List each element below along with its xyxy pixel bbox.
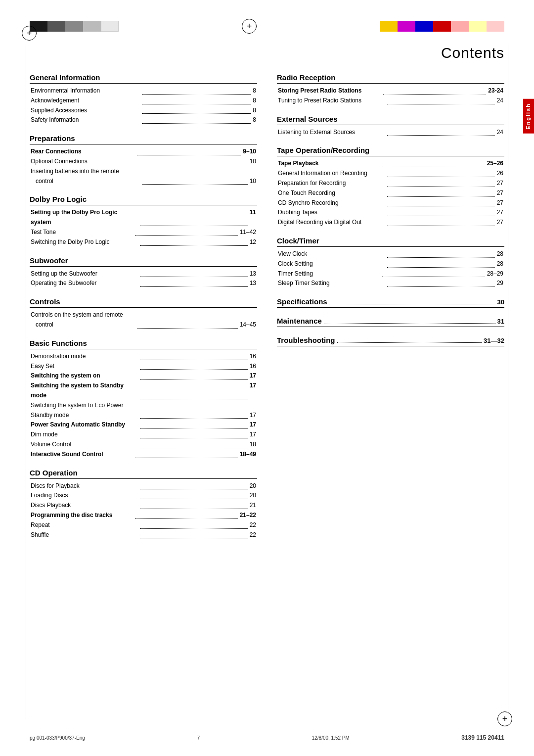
toc-item-page: 17 bbox=[250, 430, 256, 440]
bottom-product-code: 3139 115 20411 bbox=[461, 734, 504, 741]
toc-section: Clock/TimerView Clock28Clock Setting28Ti… bbox=[277, 236, 504, 288]
toc-item-dots bbox=[140, 155, 247, 165]
toc-item-page: 20 bbox=[250, 491, 256, 501]
toc-item-label: General Information on Recording bbox=[278, 169, 385, 179]
toc-item-dots bbox=[135, 448, 237, 458]
section-title-text: Maintenance bbox=[277, 317, 322, 325]
section-title: Dolby Pro Logic bbox=[30, 195, 257, 205]
toc-item-label: Switching the system to Standby mode bbox=[31, 381, 138, 401]
toc-item-dots bbox=[387, 206, 494, 216]
section-title: Basic Functions bbox=[30, 339, 257, 349]
toc-item-page: 27 bbox=[497, 218, 503, 228]
color-block-red bbox=[433, 21, 451, 32]
toc-item-page: 29 bbox=[497, 279, 503, 288]
toc-item-dots bbox=[140, 499, 247, 509]
toc-item-label: Controls on the system and remote bbox=[31, 311, 123, 318]
page-title: Contents bbox=[30, 45, 504, 61]
toc-item-label: Safety Information bbox=[31, 115, 140, 125]
bottom-page-number: 7 bbox=[197, 735, 200, 741]
toc-section: Specifications30 bbox=[277, 297, 504, 308]
toc-item-dots bbox=[387, 197, 494, 207]
toc-item: Tuning to Preset Radio Stations24 bbox=[277, 96, 504, 106]
color-block-pink bbox=[451, 21, 469, 32]
color-bar-right bbox=[380, 21, 504, 32]
color-block-lightyellow bbox=[469, 21, 487, 32]
toc-item-dots bbox=[382, 157, 485, 167]
toc-item-dots bbox=[137, 145, 241, 155]
color-block-white bbox=[101, 21, 119, 32]
toc-item-dots bbox=[140, 480, 247, 490]
toc-item-label: Interactive Sound Control bbox=[31, 450, 133, 460]
toc-item-page: 10 bbox=[250, 177, 256, 187]
toc-item-label: Dim mode bbox=[31, 430, 138, 440]
toc-item-label: Timer Setting bbox=[278, 269, 380, 279]
section-dots bbox=[324, 323, 495, 324]
toc-item-dots bbox=[140, 236, 247, 246]
toc-item-page: 18–49 bbox=[240, 450, 256, 460]
toc-item: Sleep Timer Setting29 bbox=[277, 279, 504, 288]
bottom-bar: pg 001-033/P900/37-Eng 7 12/8/00, 1:52 P… bbox=[30, 734, 504, 741]
toc-item-dots bbox=[142, 175, 247, 185]
toc-item-dots bbox=[387, 177, 494, 187]
toc-section: Dolby Pro LogicSetting up the Dolby Pro … bbox=[30, 195, 257, 247]
toc-item-page: 17 bbox=[250, 381, 256, 401]
toc-item-page: 8 bbox=[253, 106, 256, 116]
toc-item-label: Dubbing Tapes bbox=[278, 208, 385, 218]
toc-item-dots bbox=[383, 85, 487, 94]
page-content: Contents General InformationEnvironmenta… bbox=[30, 45, 504, 716]
language-tab: English bbox=[523, 99, 534, 134]
section-title: Clock/Timer bbox=[277, 236, 504, 247]
toc-section: Maintenance31 bbox=[277, 317, 504, 327]
toc-item-dots bbox=[140, 489, 247, 499]
toc-item-page: 27 bbox=[497, 189, 503, 198]
toc-item-page: 12 bbox=[250, 237, 256, 247]
toc-section: Tape Operation/RecordingTape Playback25–… bbox=[277, 146, 504, 228]
section-dots bbox=[337, 342, 482, 343]
toc-item-dots bbox=[387, 126, 494, 136]
color-bar-left bbox=[30, 21, 119, 32]
toc-item-dots bbox=[140, 350, 247, 360]
toc-item-page: 18 bbox=[250, 440, 256, 450]
toc-item-label: Switching the system on bbox=[31, 371, 138, 381]
toc-section: Basic FunctionsDemonstration mode16Easy … bbox=[30, 339, 257, 460]
toc-item: Operating the Subwoofer13 bbox=[30, 279, 257, 288]
toc-item-page: 16 bbox=[250, 362, 256, 372]
toc-item-label: control bbox=[31, 320, 135, 330]
toc-item-page: 24 bbox=[497, 96, 503, 106]
toc-item-dots bbox=[135, 509, 237, 519]
section-title: General Information bbox=[30, 73, 257, 84]
toc-item-label: View Clock bbox=[278, 249, 385, 259]
toc-item-label: Switching the Dolby Pro Logic bbox=[31, 237, 138, 247]
toc-section: Radio ReceptionStoring Preset Radio Stat… bbox=[277, 73, 504, 106]
toc-section: General InformationEnvironmental Informa… bbox=[30, 73, 257, 125]
toc-item: Safety Information8 bbox=[30, 115, 257, 125]
toc-item-page: 22 bbox=[250, 520, 256, 530]
toc-item-dots bbox=[140, 428, 247, 438]
toc-right-column: Radio ReceptionStoring Preset Radio Stat… bbox=[277, 73, 504, 549]
toc-item-dots bbox=[140, 438, 247, 448]
toc-item-page: 13 bbox=[250, 279, 256, 288]
toc-section: External SourcesListening to External So… bbox=[277, 115, 504, 138]
toc-item-label: Tape Playback bbox=[278, 159, 380, 169]
toc-item-dots bbox=[140, 277, 247, 287]
toc-item-label: Storing Preset Radio Stations bbox=[278, 86, 381, 96]
toc-item-label: Repeat bbox=[31, 520, 138, 530]
toc-item-label: Switching the system to Eco Power bbox=[31, 402, 123, 409]
toc-item-dots bbox=[140, 370, 247, 379]
toc-item-label: control bbox=[31, 177, 140, 187]
toc-item-label: Acknowledgement bbox=[31, 96, 140, 106]
toc-left-column: General InformationEnvironmental Informa… bbox=[30, 73, 257, 549]
toc-item-label: Setting up the Subwoofer bbox=[31, 269, 138, 279]
toc-item-label: Test Tone bbox=[31, 228, 133, 237]
section-title: CD Operation bbox=[30, 469, 257, 479]
toc-item-label: Volume Control bbox=[31, 440, 138, 450]
toc-item-dots bbox=[135, 226, 237, 236]
toc-item-dots bbox=[140, 360, 247, 370]
toc-item-label: Easy Set bbox=[31, 362, 138, 372]
toc-item-dots bbox=[140, 529, 247, 539]
toc-item-label: Loading Discs bbox=[31, 491, 138, 501]
toc-item-page: 8 bbox=[253, 96, 256, 106]
section-page: 31—32 bbox=[484, 337, 504, 344]
toc-item-page: 8 bbox=[253, 86, 256, 96]
toc-item-page: 14–45 bbox=[240, 320, 256, 330]
